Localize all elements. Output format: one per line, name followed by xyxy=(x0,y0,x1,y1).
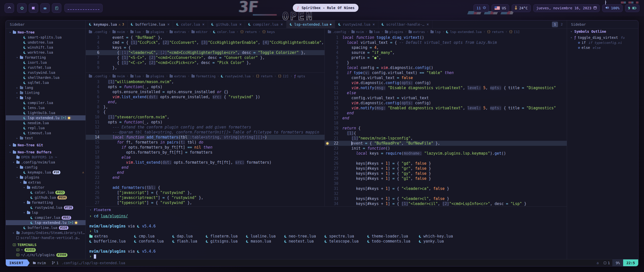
code-line-28[interactable]: 28 keys[#keys + 1] = { "gy", false } xyxy=(325,171,567,176)
code-line-8[interactable]: 8 if type(v: config.virtual_text) == "ta… xyxy=(325,70,567,75)
volume-pill[interactable]: 100% ▾ xyxy=(602,4,623,12)
close-icon[interactable]: × xyxy=(202,22,205,27)
topbar-search-input[interactable] xyxy=(64,4,103,12)
tree-item-open-buffers-in[interactable]: OPEN BUFFERS in ~ xyxy=(6,155,86,160)
breadcrumb-lsp-extended-lua[interactable]: lsp-extended.lua xyxy=(446,30,481,34)
tree-item-scrollbar-handle-vertical-p[interactable]: scrollbar-handle-vertical.p… xyxy=(6,235,86,240)
breadcrumb-lua[interactable]: lua xyxy=(130,30,141,34)
code-line-15[interactable]: 15 vim.notify(msg: "Enabled diagnostics … xyxy=(325,106,567,111)
tree-item-compiler-lua[interactable]: compiler.lua#682 xyxy=(6,215,86,220)
code-line-6[interactable]: 6 } xyxy=(325,60,567,65)
code-line-15[interactable]: 15 for ft, formatters in pairs(t: tbl) d… xyxy=(86,140,325,145)
tree-item-github-lua[interactable]: github.lua#654 xyxy=(6,195,86,200)
outline-item-else[interactable]: ⊘elseelse xyxy=(567,45,638,50)
code-line-18[interactable]: 18 xyxy=(325,121,567,126)
breadcrumb-2[interactable]: {}[2] xyxy=(278,74,289,78)
symbols-outline-header[interactable]: ▾ Symbols Outline xyxy=(567,28,638,35)
breadcrumb-plugins[interactable]: plugins xyxy=(385,30,403,34)
tree-item-lsp[interactable]: ▾lsp xyxy=(6,95,86,100)
tree-item-c-n-l-plugins[interactable]: ~/.c/n/l/plugins#3980 xyxy=(6,252,86,257)
code-line-7[interactable]: 7 end, xyxy=(86,99,325,105)
code-line-26[interactable]: 26 keys[#keys + 1] = { "gd", false } xyxy=(325,161,567,166)
outline-item-toggle-diag-virtext[interactable]: ▾ƒtoggle_diag_virtextfu xyxy=(567,35,638,40)
code-line-13[interactable]: 13 config.virtual_text = virtual_text xyxy=(325,95,567,100)
breadcrumb-nvim[interactable]: nvim xyxy=(112,74,125,78)
breadcrumb-extras[interactable]: extras xyxy=(170,74,186,78)
cwd-segment[interactable]: nvim xyxy=(30,261,49,265)
tree-item-bufferline-lua[interactable]: bufferline.lua#328 xyxy=(6,225,86,230)
breadcrumb-config[interactable]: .config xyxy=(89,74,107,78)
tree-item-rustfmt-lua[interactable]: rustfmt.lua xyxy=(6,65,86,70)
tree-item-sqlfmt-lua[interactable]: sqlfmt.lua xyxy=(6,80,86,85)
code-line-21[interactable]: 21 [1]"neovim/nvim-lspconfig", xyxy=(325,136,567,141)
code-line-4[interactable]: 4 source = "if_many", xyxy=(325,50,567,55)
neotree-section-terminals[interactable]: TERMINALS xyxy=(6,242,86,247)
code-line-13[interactable]: 13 ---@param tbl table<string, conform.F… xyxy=(86,130,325,135)
updates-pill[interactable]: 11 xyxy=(473,4,489,12)
breadcrumb-editor[interactable]: editor xyxy=(191,30,208,34)
neotree-section-neo-tree-buffers[interactable]: ▾Neo-Tree Buffers xyxy=(6,150,86,155)
tree-item-lightbulb-lua[interactable]: lightbulb.lua xyxy=(6,110,86,115)
close-icon[interactable]: × xyxy=(167,22,170,27)
workspace-button-1[interactable] xyxy=(17,3,27,13)
code-line-17[interactable]: 17 opts.formatters_by_ft[ft] = formatter… xyxy=(86,150,325,155)
tree-item-color-lua[interactable]: color.lua#493 xyxy=(6,190,86,195)
code-line-27[interactable]: 27 keys[#keys + 1] = { "gr", false } xyxy=(325,166,567,171)
tab-github-lua[interactable]: github.lua× xyxy=(208,20,245,28)
tree-item-test[interactable]: ▸test xyxy=(6,135,86,141)
breadcrumb-keys[interactable]: {}keys xyxy=(262,30,275,34)
workspace-button-2[interactable] xyxy=(29,3,38,13)
code-area[interactable]: 3 [1]"williamboman/mason.nvim",4 opts = … xyxy=(86,79,325,205)
code-line-6[interactable]: 6 { [1]"<leader>uC", [2]"<cmd>CccHighlig… xyxy=(86,50,325,55)
code-line-20[interactable]: 20 end xyxy=(86,165,325,170)
tree-item-neodim-lua[interactable]: neodim.lua xyxy=(6,120,86,125)
code-line-29[interactable]: 29 keys[#keys + 1] = { "gI", false } xyxy=(325,176,567,181)
git-branch-segment[interactable]: 1 xyxy=(49,261,61,265)
code-line-1[interactable]: 1local function toggle_diag_virtext() xyxy=(325,35,567,40)
tree-item-config[interactable]: ▾config xyxy=(6,165,86,170)
code-line-32[interactable]: 32 xyxy=(325,191,567,196)
code-line-2[interactable]: 2 local virtual_text = { -- Default virt… xyxy=(325,40,567,45)
code-line-25[interactable]: 25 ["javascript"] = { "rustywind" }, xyxy=(86,190,325,195)
code-line-14[interactable]: 14 local function add_formatters(tbl :ta… xyxy=(86,135,325,140)
tree-item-lsp[interactable]: ▾lsp xyxy=(6,210,86,215)
tree-item-linting[interactable]: ▸linting xyxy=(6,90,86,95)
close-icon[interactable]: × xyxy=(281,22,283,27)
tab-scrollbar-handle[interactable]: scrollbar-handle-…× xyxy=(378,20,432,28)
breadcrumb-opts[interactable]: ƒopts xyxy=(294,74,305,78)
code-area[interactable]: 1local function toggle_diag_virtext()2 l… xyxy=(325,35,567,206)
tree-item-timeout-lua[interactable]: timeout.lua xyxy=(6,130,86,135)
tree-item-smart-splits-lua[interactable]: smart-splits.lua xyxy=(6,35,86,40)
tree-item-item[interactable]: ~#2859 xyxy=(6,247,86,252)
breadcrumb-return[interactable]: {}return xyxy=(256,74,272,78)
tree-item-shellharden-lua[interactable]: shellharden.lua xyxy=(6,75,86,80)
code-line-27[interactable]: 27 ["typescript"] = { "rustywind" }, xyxy=(86,200,325,205)
tree-item-formatting[interactable]: ▾formatting xyxy=(6,55,86,60)
breadcrumb-formatting[interactable]: formatting xyxy=(191,74,216,78)
tree-item-juegos-indies-steamlibrary-st[interactable]: ▸Juegos/Indies/SteamLibrary/st… xyxy=(6,230,86,235)
now-playing-widget[interactable]: ♪ Spiritbox - Rule Of Nines xyxy=(293,4,358,12)
tab-bufferline-lua[interactable]: bufferline.lua× xyxy=(128,20,173,28)
tab-rustywind-lua[interactable]: rustywind.lua× xyxy=(335,20,379,28)
code-line-19[interactable]: 19 vim.list_extend(dst: opts.formatters_… xyxy=(86,160,325,165)
breadcrumb-lsp[interactable]: lsp xyxy=(430,30,441,34)
code-line-16[interactable]: 16 if opts.formatters_by_ft[ft] == nil t… xyxy=(86,145,325,150)
breadcrumb-config[interactable]: .config xyxy=(89,30,107,34)
tree-item-compiler-lua[interactable]: compiler.lua xyxy=(6,100,86,105)
neotree-section-neo-tree-git[interactable]: ▸Neo-Tree Git xyxy=(6,143,86,148)
breadcrumb-lua[interactable]: lua xyxy=(369,30,380,34)
breadcrumb-extras[interactable]: extras xyxy=(170,30,186,34)
keyboard-layout-pill[interactable]: US xyxy=(492,4,509,12)
code-area[interactable]: 3 event = { "BufRead" },4 cmd = { [1]"Cc… xyxy=(86,35,325,70)
workspace-button-3[interactable]: ∞ xyxy=(40,3,50,13)
code-line-9[interactable]: 9 config.virtual_text = false xyxy=(325,75,567,80)
code-line-21[interactable]: 21 end xyxy=(86,170,325,175)
outline-item-if[interactable]: ⊘ifif type(config.vi xyxy=(567,40,638,45)
tree-item-editor[interactable]: ▾editor xyxy=(6,185,86,190)
code-line-19[interactable]: 19return { xyxy=(325,126,567,131)
code-line-31[interactable]: 31 keys[#keys + 1] = { "<leader>ca", fal… xyxy=(325,186,567,191)
tree-item-rustywind-lua[interactable]: rustywind.lua#726 xyxy=(6,205,86,210)
workspace-button-4[interactable] xyxy=(52,3,61,13)
tree-item-repl-lua[interactable]: repl.lua xyxy=(6,125,86,130)
neotree-section-neo-tree[interactable]: ▾Neo-Tree xyxy=(6,30,86,35)
